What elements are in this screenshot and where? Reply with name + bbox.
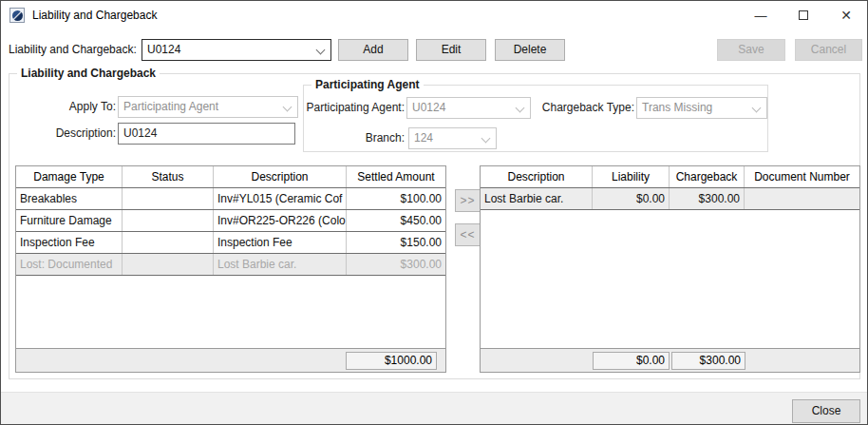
damage-type-cell: Lost: Documented xyxy=(16,254,123,275)
minimize-icon: — xyxy=(755,9,767,23)
maximize-button[interactable] xyxy=(786,1,821,29)
delete-button[interactable]: Delete xyxy=(495,39,565,61)
footer-bar: Close xyxy=(1,392,867,425)
settled-amount-cell: $100.00 xyxy=(347,188,445,209)
table-row-selected[interactable]: Lost Barbie car. $0.00 $300.00 xyxy=(481,188,859,210)
apply-to-select[interactable]: Participating Agent xyxy=(118,96,298,118)
settled-amount-cell: $450.00 xyxy=(347,210,445,231)
branch-select[interactable]: 124 xyxy=(408,127,497,149)
description-cell: Inspection Fee xyxy=(214,232,347,253)
close-window-button[interactable]: ✕ xyxy=(829,1,863,29)
damage-type-cell: Inspection Fee xyxy=(16,232,123,253)
chargeback-cell: $300.00 xyxy=(670,188,745,209)
liability-cell: $0.00 xyxy=(593,188,670,209)
chargeback-table-header: Description Liability Chargeback Documen… xyxy=(481,166,859,188)
table-row[interactable]: Inspection Fee Inspection Fee $150.00 xyxy=(16,232,445,254)
liability-chargeback-select[interactable]: U0124 xyxy=(142,39,331,61)
chargeback-type-select[interactable]: Trans Missing xyxy=(636,97,767,119)
branch-value: 124 xyxy=(414,131,433,145)
column-header: Status xyxy=(123,166,214,187)
table-row[interactable]: Breakables Inv#YL015 (Ceramic Cof $100.0… xyxy=(16,188,445,210)
close-button[interactable]: Close xyxy=(792,399,860,423)
chevron-down-icon xyxy=(481,134,491,144)
chargeback-type-label: Chargeback Type: xyxy=(538,97,634,119)
column-header: Damage Type xyxy=(16,166,123,187)
damage-table-header: Damage Type Status Description Settled A… xyxy=(16,166,445,188)
chargeback-table-totals: $0.00 $300.00 xyxy=(481,348,859,372)
description-label: Description: xyxy=(21,123,116,145)
move-left-button[interactable]: << xyxy=(455,223,481,246)
column-header: Document Number xyxy=(745,166,859,187)
liability-chargeback-group: Liability and Chargeback Apply To: Parti… xyxy=(9,73,860,379)
app-icon xyxy=(9,8,25,23)
column-header: Liability xyxy=(593,166,670,187)
minimize-button[interactable]: — xyxy=(744,1,778,29)
settled-amount-cell: $150.00 xyxy=(347,232,445,253)
window-title: Liability and Chargeback xyxy=(32,9,157,22)
description-field[interactable]: U0124 xyxy=(118,123,295,145)
column-header: Settled Amount xyxy=(347,166,445,187)
participating-agent-value: U0124 xyxy=(412,101,445,114)
chevron-down-icon xyxy=(752,104,762,113)
liability-chargeback-dialog: Liability and Chargeback — ✕ Liability a… xyxy=(0,0,868,425)
description-cell: Inv#OR225-OR226 (Colo xyxy=(214,210,347,231)
settled-amount-total: $1000.00 xyxy=(346,352,437,370)
group-title: Liability and Chargeback xyxy=(17,67,160,80)
participating-agent-label: Participating Agent: xyxy=(306,97,405,119)
status-cell xyxy=(123,210,214,231)
chevron-down-icon xyxy=(316,46,326,55)
apply-to-label: Apply To: xyxy=(21,96,116,118)
chargeback-total: $300.00 xyxy=(671,352,745,370)
participating-agent-select[interactable]: U0124 xyxy=(406,97,531,119)
liability-chargeback-select-value: U0124 xyxy=(147,43,180,56)
cancel-button[interactable]: Cancel xyxy=(795,39,862,61)
liability-total: $0.00 xyxy=(593,352,670,370)
chargeback-items-table: Description Liability Chargeback Documen… xyxy=(480,165,860,373)
damage-type-cell: Furniture Damage xyxy=(16,210,123,231)
chargeback-type-value: Trans Missing xyxy=(642,101,712,114)
add-button[interactable]: Add xyxy=(338,39,408,61)
participating-agent-group: Participating Agent Participating Agent:… xyxy=(303,85,768,152)
maximize-icon xyxy=(799,10,808,20)
damage-table-totals: $1000.00 xyxy=(16,348,445,372)
chevron-down-icon xyxy=(516,104,525,113)
table-empty-area xyxy=(16,276,445,348)
globe-icon xyxy=(12,10,23,21)
settled-amount-cell: $300.00 xyxy=(347,254,445,275)
document-number-cell xyxy=(745,188,859,209)
description-cell: Lost Barbie car. xyxy=(214,254,347,275)
description-cell: Lost Barbie car. xyxy=(481,188,593,209)
table-row-disabled[interactable]: Lost: Documented Lost Barbie car. $300.0… xyxy=(16,254,445,276)
damage-items-table: Damage Type Status Description Settled A… xyxy=(15,165,446,373)
column-header: Description xyxy=(214,166,347,187)
column-header: Chargeback xyxy=(670,166,745,187)
column-header: Description xyxy=(481,166,593,187)
edit-button[interactable]: Edit xyxy=(416,39,486,61)
description-cell: Inv#YL015 (Ceramic Cof xyxy=(214,188,347,209)
damage-type-cell: Breakables xyxy=(16,188,123,209)
liability-chargeback-label: Liability and Chargeback: xyxy=(9,39,137,61)
table-empty-area xyxy=(481,210,859,348)
status-cell xyxy=(123,254,214,275)
branch-label: Branch: xyxy=(308,127,405,149)
move-right-button[interactable]: >> xyxy=(455,189,481,212)
save-button[interactable]: Save xyxy=(717,39,785,61)
apply-to-value: Participating Agent xyxy=(123,100,218,113)
chevron-down-icon xyxy=(283,103,292,112)
table-row[interactable]: Furniture Damage Inv#OR225-OR226 (Colo $… xyxy=(16,210,445,232)
title-bar: Liability and Chargeback — ✕ xyxy=(1,1,867,29)
status-cell xyxy=(123,232,214,253)
agent-group-title: Participating Agent xyxy=(311,78,424,91)
close-icon: ✕ xyxy=(840,8,852,23)
status-cell xyxy=(123,188,214,209)
